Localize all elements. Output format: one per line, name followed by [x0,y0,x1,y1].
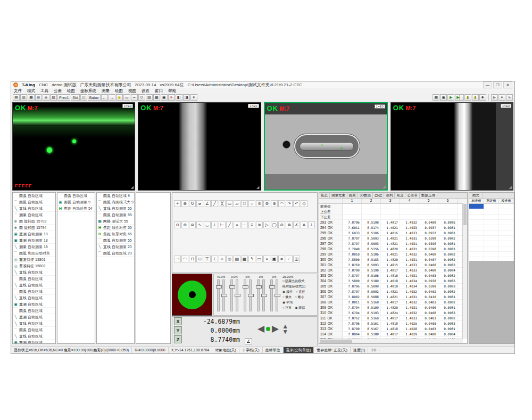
results-tab[interactable]: 3D数值 [358,193,373,198]
element-row[interactable] [469,225,514,230]
light-slider[interactable] [257,279,260,311]
feature-list-item[interactable]: ⌒ 圆弧 自动区域 [13,199,55,205]
element-row[interactable] [469,246,514,252]
feature-list-item[interactable]: ⌒ 圆弧 自动区域 [57,193,95,199]
toolbar-button[interactable]: ◫ [80,94,87,101]
feature-list-item[interactable]: ⌒ 圆弧 自动区域 [13,289,55,295]
camera-view-1[interactable]: OK M:7 1=E0 FFFFF ◢ [12,102,135,191]
feature-list-item[interactable]: ╲ 重测 自动区域 [13,314,55,320]
measurement-row[interactable]: 293 OK 7.8796 8.5190 1.4817 1.4932 0.040… [319,220,467,225]
construction-tool-icon[interactable]: ⊓ [189,256,196,262]
slider-thumb[interactable] [221,294,227,297]
measurement-row[interactable]: 311 OK 7.8762 8.5160 1.4817 1.4033 0.040… [319,316,467,321]
geometry-tool-icon[interactable]: ⊘ [278,221,285,228]
menu-item[interactable]: 绘图 [112,88,126,94]
element-row[interactable] [469,204,514,209]
feature-list-item[interactable]: ╲ 直线 自动区域 [13,282,55,289]
toolbar-button[interactable]: ▭ [123,94,130,101]
toolbar-run-button[interactable]: ▶▏ [455,94,464,101]
geometry-tool-icon[interactable]: ╱ [226,221,233,228]
geometry-tool-icon[interactable]: ⊖ [174,221,181,228]
measurement-row[interactable]: 294 OK 7.6011 8.5174 1.4021 1.4033 0.093… [319,225,467,230]
geometry-tool-icon[interactable]: ⊚ [263,200,270,207]
toolbar-button[interactable]: ≂ [131,94,138,101]
camera-view-3-selected[interactable]: + + OK M:7 1=E0 ◢ [264,102,388,191]
light-slider[interactable] [276,279,278,311]
table-horizontal-scrollbar[interactable] [319,339,463,343]
toolbar-button[interactable]: ▾ [190,94,197,101]
construction-tool-icon[interactable]: ▦ [241,256,248,262]
element-row[interactable] [469,209,514,215]
jog-down-icon[interactable]: ▼ [282,329,288,334]
tolerance-row[interactable]: 下公差 [319,215,467,220]
element-row[interactable] [469,241,514,246]
feature-list-item[interactable]: ⌒ 圆弧 自动区域 9 [97,193,134,199]
axis-icon[interactable]: Z [174,335,182,343]
geometry-tool-icon[interactable]: ⊕ [181,221,188,228]
results-tab[interactable]: 测量元素 [330,193,347,198]
construction-tool-icon[interactable]: # [278,256,285,262]
light-slider[interactable] [236,279,238,311]
camera-view-2[interactable]: OK M:7 1=E0 ◢ [138,102,261,191]
construction-tool-icon[interactable]: ⌐ [286,256,293,262]
toolbar-button[interactable]: ◨ [183,94,190,101]
toolbar-button[interactable]: ▩ [153,94,160,101]
geometry-tool-icon[interactable]: ≡ [248,221,255,228]
feature-list-item[interactable]: ▣ 重测 自动区域 [13,340,55,344]
toolbar-button[interactable]: ▤ [13,94,20,101]
feature-list-item[interactable]: ⊕ 圆 旋转图 15794 [13,225,55,231]
menu-item[interactable]: 工具 [38,88,51,94]
measurement-row[interactable]: 309 OK 7.8794 8.5109 1.4820 1.4031 0.040… [319,305,467,310]
angle-mode-button[interactable]: ∠ [245,338,252,344]
element-row[interactable] [469,236,514,241]
toolbar-run-button[interactable]: ✚ [479,94,486,101]
status-crosshair[interactable]: 十字线(关) [239,347,263,353]
geometry-tool-icon[interactable]: ⌀ [196,200,203,207]
toolbar-button[interactable]: ⊙ [138,94,145,101]
measurement-row[interactable]: 298 OK 7.7940 8.5156 1.4820 1.4031 0.039… [319,246,467,252]
feature-list-item[interactable]: ⌒ 圆弧 自动测量 55 [97,212,134,218]
menu-item[interactable]: 坐标系统 [78,88,99,94]
feature-list-item[interactable]: ╲ 直线 自动区域 [13,295,55,301]
geometry-tool-icon[interactable]: ◠ [278,200,285,207]
geometry-tool-icon[interactable]: ⊕ [181,200,188,207]
resize-corner-icon[interactable]: ◢ [131,185,134,190]
results-tab[interactable]: CNC [373,193,384,198]
geometry-tool-icon[interactable]: ⊢ [219,221,226,228]
axis-icon[interactable]: X [174,317,182,325]
slider-thumb[interactable] [216,285,222,289]
toolbar-button[interactable]: ◉ [116,94,123,101]
geometry-tool-icon[interactable]: A [301,221,307,228]
measurement-row[interactable]: 300 OK 7.8800 8.5153 1.4820 1.4031 0.040… [319,257,467,262]
geometry-tool-icon[interactable]: ▷ [263,221,270,228]
geometry-tool-icon[interactable]: ↷ [286,200,293,207]
feature-list-item[interactable]: ╲ 直线 自动测量 20 [97,244,134,250]
construction-tool-icon[interactable]: ◠ [181,256,188,262]
toolbar-button[interactable]: ≣ [43,94,49,101]
toolbar-button[interactable]: ⊞ [35,94,42,101]
construction-tool-icon[interactable]: ⊔ [196,256,203,262]
slider-thumb[interactable] [275,294,280,297]
geometry-tool-icon[interactable]: ╳ [219,200,226,207]
status-object-map[interactable]: 对象地图(关) [212,347,239,353]
geometry-tool-icon[interactable]: ⊙ [256,200,263,207]
light-slider[interactable] [217,279,220,311]
toolbar-run-button[interactable]: ▶ [447,94,454,101]
measurement-row[interactable]: 296 OK 7.8797 8.5093 1.4821 1.4031 0.039… [319,236,467,241]
feature-list-item[interactable]: ⊕ 圆 旋转图 15702 [13,218,55,225]
toolbar-run-button[interactable]: ▮ [464,94,471,101]
toolbar-button[interactable]: Std [71,94,80,101]
feature-list-item[interactable]: ⌒ 圆弧 自动测量 55 [97,237,134,244]
results-tab[interactable]: 数据上传 [420,193,437,198]
jog-center-dot[interactable] [266,327,270,331]
feature-list-item[interactable]: ╲ 直线 自动区域 [13,320,55,327]
light-slider[interactable] [244,279,246,311]
scrollbar-thumb[interactable] [320,340,352,343]
geometry-tool-icon[interactable]: × [234,221,240,228]
menu-item[interactable]: 窗口 [152,88,165,94]
feature-list-item[interactable]: ╲ 直线 自动区域 [13,205,55,212]
feature-list-item[interactable]: ⌒ 圆弧 自动区域 [13,308,55,314]
toolbar-button[interactable]: → [109,94,115,101]
geometry-tool-icon[interactable]: ⊜ [189,221,196,228]
light-slider[interactable] [249,279,252,311]
